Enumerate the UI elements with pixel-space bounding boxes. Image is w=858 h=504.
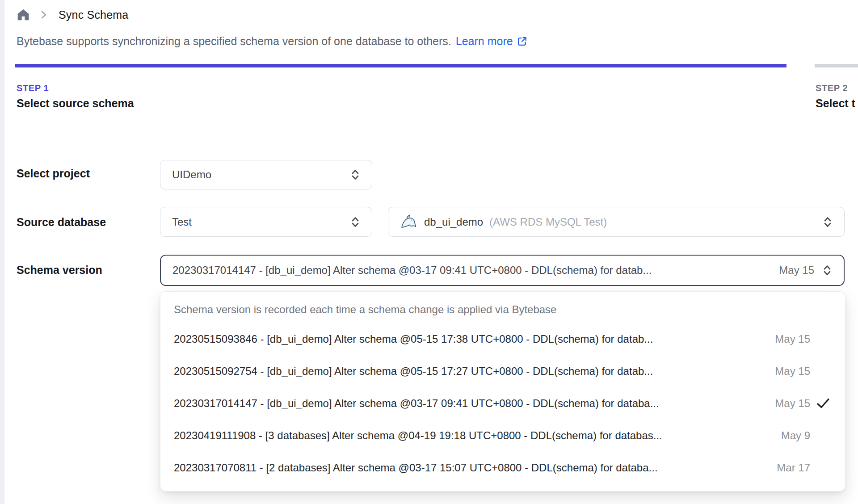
- option-check-slot: [810, 355, 830, 387]
- option-text: 20230317070811 - [2 databases] Alter sch…: [174, 462, 768, 474]
- chevron-updown-icon: [350, 215, 360, 229]
- chevron-updown-icon: [822, 264, 832, 277]
- breadcrumb: Sync Schema: [17, 8, 128, 21]
- progress-bar-step2: [815, 64, 858, 67]
- dropdown-option[interactable]: 20230515092754 - [db_ui_demo] Alter sche…: [160, 355, 845, 387]
- external-link-icon: [517, 36, 528, 47]
- step-1: STEP 1 Select source schema: [17, 83, 134, 110]
- option-text: 20230317014147 - [db_ui_demo] Alter sche…: [174, 397, 766, 410]
- schema-version-select[interactable]: 20230317014147 - [db_ui_demo] Alter sche…: [160, 255, 845, 286]
- environment-select-value: Test: [172, 216, 342, 228]
- dropdown-option[interactable]: 20230419111908 - [3 databases] Alter sch…: [160, 420, 845, 452]
- option-check-slot: [810, 452, 830, 484]
- select-project-label: Select project: [17, 167, 90, 180]
- chevron-updown-icon: [823, 215, 833, 229]
- project-select[interactable]: UIDemo: [160, 160, 372, 189]
- learn-more-link[interactable]: Learn more: [456, 35, 528, 48]
- database-select-name: db_ui_demo: [424, 216, 483, 228]
- chevron-updown-icon: [350, 168, 360, 181]
- option-text: 20230419111908 - [3 databases] Alter sch…: [174, 429, 772, 442]
- dropdown-option[interactable]: 20230317014147 - [db_ui_demo] Alter sche…: [160, 387, 845, 420]
- dropdown-hint: Schema version is recorded each time a s…: [160, 292, 845, 319]
- environment-select[interactable]: Test: [160, 207, 372, 237]
- intro-text: Bytebase supports synchronizing a specif…: [17, 35, 528, 48]
- step-1-label: STEP 1: [17, 83, 134, 93]
- option-check-slot: [810, 323, 830, 355]
- source-database-label: Source database: [17, 216, 106, 229]
- step-2-label: STEP 2: [816, 83, 858, 93]
- sidebar-edge: [0, 0, 4, 504]
- schema-version-label: Schema version: [17, 264, 102, 277]
- option-text: 20230515092754 - [db_ui_demo] Alter sche…: [174, 365, 766, 378]
- step-1-title: Select source schema: [17, 97, 134, 110]
- database-select[interactable]: db_ui_demo (AWS RDS MySQL Test): [388, 207, 845, 237]
- option-date: Mar 17: [777, 462, 810, 474]
- step-2-title: Select t: [816, 97, 858, 110]
- schema-version-select-value: 20230317014147 - [db_ui_demo] Alter sche…: [172, 264, 769, 277]
- dropdown-option[interactable]: 20230317070811 - [2 databases] Alter sch…: [160, 452, 845, 484]
- check-icon: [816, 398, 830, 409]
- progress-bar-step1: [15, 64, 786, 67]
- schema-version-dropdown: Schema version is recorded each time a s…: [160, 291, 845, 491]
- option-date: May 9: [781, 429, 810, 442]
- option-check-slot: [810, 420, 830, 452]
- option-date: May 15: [775, 333, 810, 345]
- sync-schema-page: Sync Schema Bytebase supports synchroniz…: [0, 0, 858, 504]
- chevron-right-icon: [41, 10, 48, 20]
- option-date: May 15: [775, 397, 810, 410]
- option-date: May 15: [775, 365, 810, 378]
- home-icon[interactable]: [17, 8, 30, 21]
- intro-description: Bytebase supports synchronizing a specif…: [17, 35, 451, 48]
- mysql-dolphin-icon: [400, 214, 418, 230]
- dropdown-option[interactable]: 20230515093846 - [db_ui_demo] Alter sche…: [160, 323, 845, 355]
- project-select-value: UIDemo: [172, 168, 342, 181]
- schema-version-select-date: May 15: [779, 264, 814, 277]
- dropdown-options: 20230515093846 - [db_ui_demo] Alter sche…: [160, 323, 845, 484]
- step-2: STEP 2 Select t: [816, 83, 858, 110]
- option-text: 20230515093846 - [db_ui_demo] Alter sche…: [174, 333, 766, 345]
- database-select-detail: (AWS RDS MySQL Test): [489, 216, 808, 228]
- option-check-slot: [810, 387, 830, 420]
- page-title: Sync Schema: [59, 8, 128, 21]
